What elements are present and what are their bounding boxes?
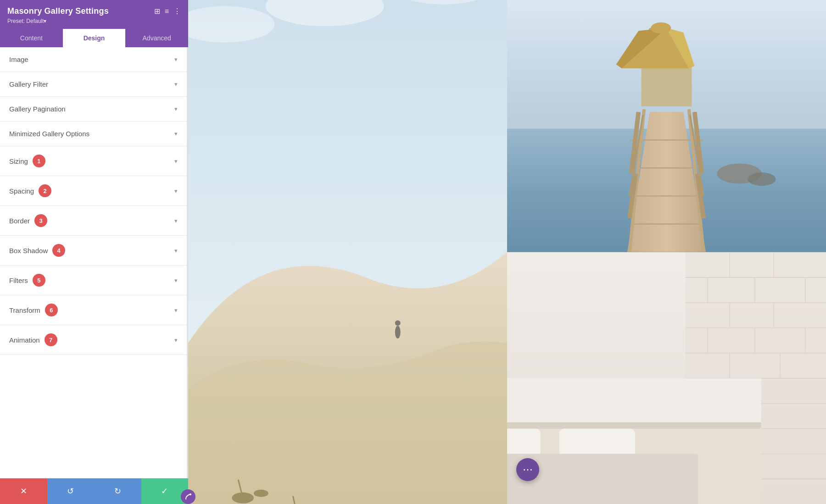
badge-sizing: 1 [33, 155, 45, 167]
accordion-label-animation: Animation [9, 336, 40, 344]
sidebar-title: Masonry Gallery Settings [7, 6, 109, 16]
accordion-item-sizing: Sizing 1 ▾ [0, 146, 187, 176]
accordion-item-spacing: Spacing 2 ▾ [0, 176, 187, 206]
accordion-header-image[interactable]: Image ▾ [0, 47, 187, 72]
accordion-item-filters: Filters 5 ▾ [0, 266, 187, 295]
accordion-header-border[interactable]: Border 3 ▾ [0, 206, 187, 235]
accordion-label-image: Image [9, 55, 28, 63]
accordion-label-transform: Transform [9, 306, 40, 314]
header-icons: ⊞ ≡ ⋮ [154, 7, 181, 16]
chevron-icon-spacing: ▾ [174, 188, 178, 194]
accordion-item-image: Image ▾ [0, 47, 187, 72]
tab-design[interactable]: Design [63, 29, 126, 47]
accordion-header-animation[interactable]: Animation 7 ▾ [0, 325, 187, 354]
sidebar-header: Masonry Gallery Settings ⊞ ≡ ⋮ Preset: D… [0, 0, 188, 29]
sidebar: Masonry Gallery Settings ⊞ ≡ ⋮ Preset: D… [0, 0, 188, 504]
undo-button[interactable]: ↺ [47, 478, 95, 504]
chevron-icon-image: ▾ [174, 56, 178, 63]
save-icon: ✓ [161, 486, 168, 496]
chevron-icon-animation: ▾ [174, 337, 178, 343]
tab-advanced[interactable]: Advanced [125, 29, 188, 47]
svg-rect-25 [642, 67, 692, 106]
svg-point-20 [395, 320, 401, 326]
accordion-header-spacing[interactable]: Spacing 2 ▾ [0, 176, 187, 205]
save-button[interactable]: ✓ [141, 478, 189, 504]
badge-transform: 6 [45, 304, 58, 316]
accordion-item-gallery-pagination: Gallery Pagination ▾ [0, 97, 187, 122]
accordion-header-filters[interactable]: Filters 5 ▾ [0, 266, 187, 295]
preset-label[interactable]: Preset: Default▾ [7, 18, 181, 24]
accordion-label-spacing: Spacing [9, 187, 34, 195]
svg-point-29 [651, 22, 671, 33]
accordion-item-box-shadow: Box Shadow 4 ▾ [0, 236, 187, 266]
accordion-header-gallery-pagination[interactable]: Gallery Pagination ▾ [0, 97, 187, 121]
svg-rect-74 [507, 378, 761, 422]
chevron-icon-sizing: ▾ [174, 158, 178, 165]
gallery-cell-room [507, 252, 826, 504]
gallery-cell-pier [507, 0, 826, 252]
undo-icon: ↺ [67, 486, 74, 496]
corner-indicator [181, 489, 195, 504]
accordion-header-sizing[interactable]: Sizing 1 ▾ [0, 146, 187, 176]
more-options-icon[interactable]: ⋮ [173, 7, 181, 16]
svg-point-0 [190, 493, 191, 495]
svg-point-11 [254, 490, 268, 497]
chevron-icon-gallery-filter: ▾ [174, 81, 178, 88]
main-gallery: ⋯ [188, 0, 826, 504]
gallery-cell-dunes [188, 0, 507, 504]
badge-spacing: 2 [39, 184, 51, 197]
cancel-icon: ✕ [20, 486, 27, 496]
fab-button[interactable]: ⋯ [516, 458, 539, 481]
chevron-icon-box-shadow: ▾ [174, 247, 178, 254]
accordion-header-box-shadow[interactable]: Box Shadow 4 ▾ [0, 236, 187, 265]
responsive-icon[interactable]: ⊞ [154, 7, 160, 16]
bottom-toolbar: ✕ ↺ ↻ ✓ [0, 478, 188, 504]
accordion-label-sizing: Sizing [9, 157, 28, 165]
redo-icon: ↻ [114, 486, 121, 496]
accordion-item-animation: Animation 7 ▾ [0, 325, 187, 355]
accordion-label-box-shadow: Box Shadow [9, 247, 48, 255]
fab-icon: ⋯ [523, 464, 533, 476]
chevron-icon-minimized-gallery-options: ▾ [174, 130, 178, 137]
accordion-label-gallery-pagination: Gallery Pagination [9, 105, 66, 113]
accordion-item-transform: Transform 6 ▾ [0, 295, 187, 325]
badge-animation: 7 [45, 333, 57, 346]
accordion-label-minimized-gallery-options: Minimized Gallery Options [9, 130, 89, 138]
accordion-label-border: Border [9, 217, 30, 225]
chevron-icon-filters: ▾ [174, 277, 178, 284]
badge-border: 3 [34, 214, 47, 227]
accordion-item-gallery-filter: Gallery Filter ▾ [0, 72, 187, 97]
accordion-header-minimized-gallery-options[interactable]: Minimized Gallery Options ▾ [0, 122, 187, 146]
sidebar-tabs: Content Design Advanced [0, 29, 188, 47]
chevron-icon-transform: ▾ [174, 307, 178, 314]
accordion-header-transform[interactable]: Transform 6 ▾ [0, 295, 187, 325]
tab-content[interactable]: Content [0, 29, 63, 47]
svg-point-24 [748, 172, 776, 186]
chevron-icon-gallery-pagination: ▾ [174, 105, 178, 112]
chevron-icon-border: ▾ [174, 217, 178, 224]
accordion-item-border: Border 3 ▾ [0, 206, 187, 236]
badge-box-shadow: 4 [52, 244, 65, 257]
redo-button[interactable]: ↻ [94, 478, 141, 504]
accordion-header-gallery-filter[interactable]: Gallery Filter ▾ [0, 72, 187, 96]
svg-point-19 [395, 326, 401, 338]
badge-filters: 5 [33, 274, 45, 287]
accordion-item-minimized-gallery-options: Minimized Gallery Options ▾ [0, 122, 187, 146]
accordion-list: Image ▾ Gallery Filter ▾ Gallery Paginat… [0, 47, 188, 478]
accordion-label-gallery-filter: Gallery Filter [9, 80, 48, 88]
cancel-button[interactable]: ✕ [0, 478, 47, 504]
layout-icon[interactable]: ≡ [165, 7, 169, 16]
accordion-label-filters: Filters [9, 277, 28, 284]
